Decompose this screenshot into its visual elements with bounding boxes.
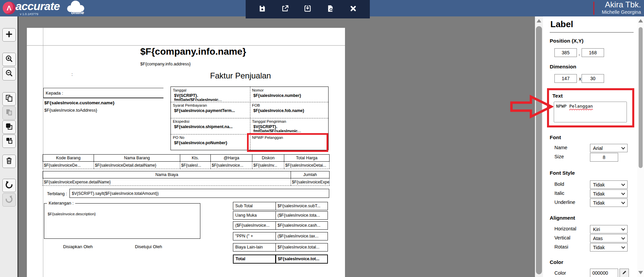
version-text: v 1.0.1#3779 <box>20 12 38 16</box>
brand-wordmark: accurate <box>15 0 60 13</box>
panel-scrollbar[interactable] <box>637 16 644 277</box>
zoom-out-icon <box>5 69 13 78</box>
total-row-uang-muka[interactable]: Uang Muka ($F{salesInvoice.tota... <box>233 211 328 220</box>
add-icon <box>5 30 13 40</box>
scroll-up-icon[interactable] <box>638 19 643 22</box>
colon-label: : <box>71 72 73 77</box>
dimension-width-input[interactable]: 147 <box>554 74 577 83</box>
download-button[interactable] <box>302 3 314 15</box>
kepada-label[interactable]: Kepada : <box>43 88 163 98</box>
cell-fob[interactable]: FOB $F{salesInvoice.fob.name} <box>250 102 329 118</box>
total-row-cash[interactable]: ($F{salesInvoice... $F{salesInvoice.cash… <box>233 221 328 230</box>
margin-guide-vertical <box>43 28 43 277</box>
pencil-icon <box>622 270 627 276</box>
horizontal-select[interactable]: Kiri <box>590 225 628 233</box>
color-row-label: Color <box>554 270 566 276</box>
delete-button[interactable] <box>2 155 16 168</box>
print-preview-button[interactable] <box>325 3 337 15</box>
paste-button <box>2 106 16 120</box>
underline-select[interactable]: Tidak <box>590 199 628 207</box>
rotasi-select[interactable]: Tidak <box>590 243 628 252</box>
position-x-input[interactable]: 385 <box>554 48 577 57</box>
dimension-separator: x <box>579 76 581 81</box>
terbilang-label: Terbilang : <box>47 191 67 196</box>
expense-data-row[interactable]: $F{salesInvoiceExpense.detailName} $F{sa… <box>43 178 330 186</box>
copy-button[interactable] <box>2 92 16 106</box>
save-button[interactable] <box>256 3 268 15</box>
arrow-annotation <box>510 94 553 120</box>
canvas-scrollbar[interactable] <box>535 16 543 277</box>
export-button[interactable] <box>279 3 291 15</box>
print-preview-icon <box>327 5 334 14</box>
export-icon <box>281 5 289 14</box>
chevron-down-icon <box>621 191 625 195</box>
keterangan-field[interactable]: $F{salesInvoice.description} <box>48 212 96 216</box>
cell-tanggal[interactable]: Tanggal $V{SCRIPT}. fmtDate($F{salesInvo… <box>171 87 250 102</box>
underline-label: Underline <box>554 200 575 205</box>
font-size-input[interactable]: 8 <box>590 153 618 162</box>
cell-ekspedisi[interactable]: Ekspedisi $F{salesInvoice.shipment.na... <box>171 118 250 134</box>
font-size-label: Size <box>554 154 564 159</box>
design-canvas[interactable]: $F{company.info.name} $F{company.info.ad… <box>18 16 535 277</box>
company-name-field[interactable]: $F{company.info.name} <box>140 46 246 57</box>
panel-scrollbar-thumb[interactable] <box>639 27 643 168</box>
save-icon <box>258 5 266 14</box>
add-button[interactable] <box>2 28 16 42</box>
cell-syarat-pembayaran[interactable]: Syarat Pembayaran $F{salesInvoice.paymen… <box>171 102 250 118</box>
scroll-down-icon[interactable] <box>638 271 643 274</box>
position-y-input[interactable]: 168 <box>582 48 604 57</box>
cell-tanggal-pengiriman[interactable]: Tanggal Pengiriman $V{SCRIPT}. fmtDate($… <box>250 118 329 134</box>
items-table[interactable]: Kode Barang Nama Barang Kts. @Harga Disk… <box>43 154 330 169</box>
signature-disiapkan: Disiapkan Oleh <box>63 244 93 249</box>
dimension-section-label: Dimension <box>550 64 576 70</box>
signature-disetujui: Disetujui Oleh <box>135 244 162 249</box>
zoom-in-button[interactable] <box>2 53 16 66</box>
report-title[interactable]: Faktur Penjualan <box>210 71 271 80</box>
undo-button[interactable] <box>2 179 16 192</box>
bring-to-front-button[interactable] <box>2 120 16 134</box>
terbilang-field[interactable]: $V{SCRIPT}.sayIt($F{salesInvoice.totalAm… <box>69 189 329 198</box>
font-name-select[interactable]: Arial <box>590 144 628 152</box>
chevron-down-icon <box>621 182 625 186</box>
total-row-subtotal[interactable]: Sub Total $F{salesInvoice.subT... <box>233 202 328 210</box>
undo-icon <box>5 181 13 190</box>
font-name-label: Name <box>554 145 567 150</box>
company-address-field[interactable]: $F{company.info.address} <box>140 61 191 66</box>
bold-select[interactable]: Tidak <box>590 180 628 189</box>
position-separator: , <box>579 51 580 56</box>
report-page[interactable]: $F{company.info.name} $F{company.info.ad… <box>27 28 345 277</box>
properties-panel: Label Position (X,Y) 385 , 168 Dimension… <box>543 16 637 277</box>
total-row-grand-total[interactable]: Total $F{salesInvoice.tot... <box>233 255 328 264</box>
redo-button <box>2 193 16 207</box>
cell-po-no[interactable]: PO No $F{salesInvoice.poNumber} <box>171 134 250 151</box>
items-data-row[interactable]: $F{salesInvoiceDe... $F{salesInvoiceDeta… <box>43 162 330 169</box>
send-to-back-button[interactable] <box>2 134 16 148</box>
keterangan-box[interactable]: Keterangan : $F{salesInvoice.description… <box>44 203 200 239</box>
dimension-height-input[interactable]: 30 <box>582 74 604 83</box>
customer-address-field[interactable]: $F{salesInvoice.toAddress} <box>44 108 97 113</box>
total-row-ppn[interactable]: "PPN (" + ($F{salesInvoice.tax... <box>233 232 328 240</box>
accurate-logo-icon[interactable]: Λ <box>3 2 15 14</box>
scroll-up-icon[interactable] <box>537 19 541 22</box>
chevron-down-icon <box>621 146 625 149</box>
expense-table[interactable]: Nama Biaya Jumlah $F{salesInvoiceExpense… <box>43 171 330 186</box>
customer-name-field[interactable]: $F{salesInvoice.customer.name} <box>44 100 114 105</box>
vertical-select[interactable]: Atas <box>590 234 628 242</box>
zoom-out-button[interactable] <box>2 67 16 80</box>
canvas-scrollbar-thumb[interactable] <box>536 26 542 274</box>
designer-toolbar <box>246 0 370 18</box>
text-highlight-annotation <box>547 88 634 127</box>
download-icon <box>304 5 311 14</box>
italic-select[interactable]: Tidak <box>590 189 628 198</box>
user-name[interactable]: Michelle Georgina <box>602 9 641 15</box>
company-name[interactable]: Akira Tbk. <box>605 0 641 9</box>
total-row-biaya-lain[interactable]: Biaya Lain-lain $F{salesInvoice.total... <box>233 243 328 252</box>
color-value-input[interactable]: 000000 <box>590 269 618 277</box>
close-icon <box>350 5 357 13</box>
color-picker-button[interactable] <box>620 269 629 277</box>
close-button[interactable] <box>347 3 359 15</box>
expense-header-row: Nama Biaya Jumlah <box>43 171 330 178</box>
bold-label: Bold <box>554 181 564 187</box>
npwp-highlight-annotation <box>247 133 328 152</box>
cell-nomor[interactable]: Nomor $F{salesInvoice.number} <box>250 87 329 102</box>
